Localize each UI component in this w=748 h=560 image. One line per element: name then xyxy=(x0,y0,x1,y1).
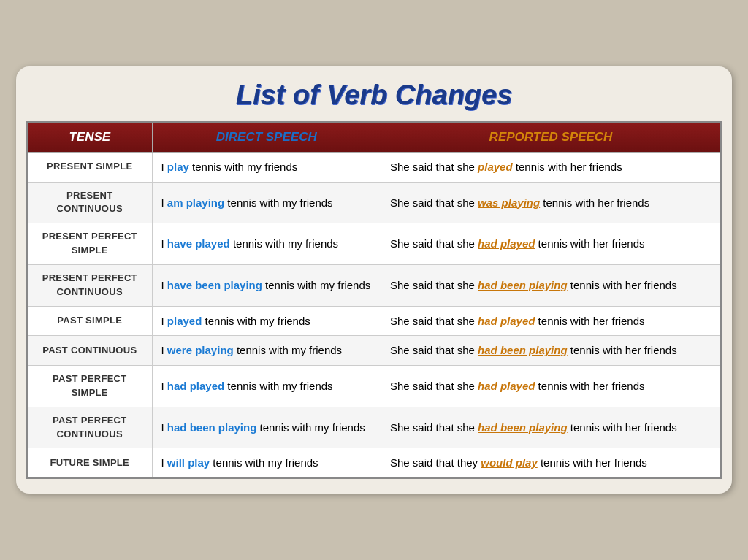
table-row: PAST PERFECT CONTINUOUSI had been playin… xyxy=(27,407,721,448)
direct-speech-cell: I play tennis with my friends xyxy=(152,152,381,182)
header-direct-speech: DIRECT SPEECH xyxy=(152,122,381,153)
reported-verb: had played xyxy=(478,315,535,327)
table-row: PRESENT PERFECT SIMPLEI have played tenn… xyxy=(27,223,721,265)
reported-speech-cell: She said that she had been playing tenni… xyxy=(381,264,722,306)
reported-speech-cell: She said that they would play tennis wit… xyxy=(381,448,722,478)
direct-verb: played xyxy=(167,315,202,327)
tense-cell: PAST PERFECT CONTINUOUS xyxy=(27,407,152,448)
table-row: PAST CONTINUOUSI were playing tennis wit… xyxy=(27,336,721,366)
direct-verb: had been playing xyxy=(167,421,257,434)
tense-cell: PAST SIMPLE xyxy=(27,306,152,336)
direct-verb: am playing xyxy=(167,196,224,209)
direct-speech-cell: I am playing tennis with my friends xyxy=(152,182,381,223)
reported-verb: had been playing xyxy=(478,344,568,356)
reported-speech-cell: She said that she had played tennis with… xyxy=(381,366,722,407)
reported-verb: was playing xyxy=(478,196,540,209)
reported-verb: played xyxy=(478,161,513,173)
direct-verb: were playing xyxy=(167,344,234,356)
tense-cell: PRESENT CONTINUOUS xyxy=(27,182,152,223)
verb-changes-table: TENSE DIRECT SPEECH REPORTED SPEECH PRES… xyxy=(26,121,722,479)
direct-verb: had played xyxy=(167,380,224,392)
table-row: PAST SIMPLEI played tennis with my frien… xyxy=(27,306,721,336)
direct-speech-cell: I were playing tennis with my friends xyxy=(152,336,381,366)
direct-speech-cell: I had played tennis with my friends xyxy=(152,366,381,407)
reported-verb: would play xyxy=(481,456,538,469)
direct-speech-cell: I had been playing tennis with my friend… xyxy=(152,407,381,448)
reported-verb: had been playing xyxy=(478,421,568,434)
tense-cell: PRESENT PERFECT CONTINUOUS xyxy=(27,264,152,306)
direct-verb: have played xyxy=(167,237,230,250)
table-row: PRESENT PERFECT CONTINUOUSI have been pl… xyxy=(27,264,721,306)
tense-cell: PAST PERFECT SIMPLE xyxy=(27,366,152,407)
direct-verb: will play xyxy=(167,456,210,469)
reported-speech-cell: She said that she had been playing tenni… xyxy=(381,407,722,448)
reported-speech-cell: She said that she had played tennis with… xyxy=(381,223,722,265)
reported-speech-cell: She said that she played tennis with her… xyxy=(381,152,722,182)
page-title: List of Verb Changes xyxy=(26,74,722,121)
reported-speech-cell: She said that she was playing tennis wit… xyxy=(381,182,722,223)
direct-speech-cell: I have been playing tennis with my frien… xyxy=(152,264,381,306)
direct-verb: have been playing xyxy=(167,279,262,291)
tense-cell: FUTURE SIMPLE xyxy=(27,448,152,478)
header-tense: TENSE xyxy=(27,122,152,153)
table-row: FUTURE SIMPLEI will play tennis with my … xyxy=(27,448,721,478)
reported-speech-cell: She said that she had played tennis with… xyxy=(381,306,722,336)
tense-cell: PRESENT PERFECT SIMPLE xyxy=(27,223,152,265)
reported-speech-cell: She said that she had been playing tenni… xyxy=(381,336,722,366)
direct-verb: play xyxy=(167,161,189,173)
table-row: PRESENT CONTINUOUSI am playing tennis wi… xyxy=(27,182,721,223)
table-row: PRESENT SIMPLEI play tennis with my frie… xyxy=(27,152,721,182)
tense-cell: PAST CONTINUOUS xyxy=(27,336,152,366)
reported-verb: had been playing xyxy=(478,279,568,291)
reported-verb: had played xyxy=(478,237,535,250)
direct-speech-cell: I played tennis with my friends xyxy=(152,306,381,336)
main-card: List of Verb Changes TENSE DIRECT SPEECH… xyxy=(16,66,732,494)
reported-verb: had played xyxy=(478,380,535,392)
direct-speech-cell: I have played tennis with my friends xyxy=(152,223,381,265)
tense-cell: PRESENT SIMPLE xyxy=(27,152,152,182)
table-row: PAST PERFECT SIMPLEI had played tennis w… xyxy=(27,366,721,407)
direct-speech-cell: I will play tennis with my friends xyxy=(152,448,381,478)
header-reported-speech: REPORTED SPEECH xyxy=(381,122,722,153)
